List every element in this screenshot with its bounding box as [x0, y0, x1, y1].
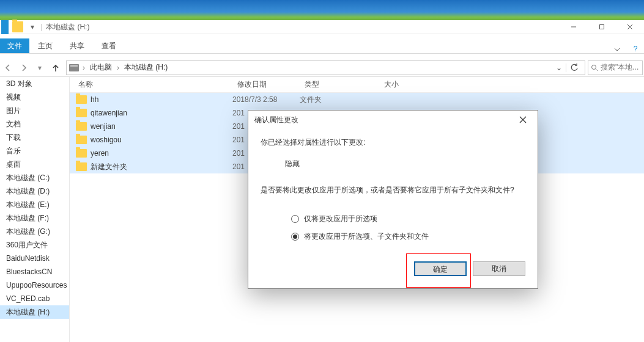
file-name: 新建文件夹 [91, 162, 232, 172]
nav-up-button[interactable] [48, 60, 64, 76]
confirm-attribute-dialog: 确认属性更改 你已经选择对属性进行以下更改: 隐藏 是否要将此更改仅应用于所选项… [248, 110, 538, 289]
file-name: yeren [91, 149, 232, 158]
tree-item[interactable]: 本地磁盘 (F:) [0, 211, 69, 225]
qat-system-menu[interactable] [1, 20, 9, 34]
dialog-prompt-1: 你已经选择对属性进行以下更改: [261, 137, 525, 148]
ribbon-tab-home[interactable]: 主页 [29, 38, 61, 53]
ribbon-tab-share[interactable]: 共享 [61, 38, 93, 53]
folder-icon [12, 21, 23, 32]
search-placeholder: 搜索"本地... [601, 62, 638, 73]
ribbon-expand-icon[interactable] [607, 46, 627, 53]
radio-apply-selected-only[interactable]: 仅将更改应用于所选项 [261, 214, 525, 224]
tree-item[interactable]: 本地磁盘 (H:) [0, 305, 69, 319]
window-title: 本地磁盘 (H:) [46, 22, 89, 32]
file-type: 文件夹 [300, 95, 379, 105]
cancel-button[interactable]: 取消 [473, 261, 525, 276]
folder-icon [76, 162, 87, 171]
tree-item[interactable]: 本地磁盘 (C:) [0, 171, 69, 184]
tree-item[interactable]: BluestacksCN [0, 265, 69, 278]
column-headers: 名称 修改日期 类型 大小 [70, 77, 644, 93]
tree-item[interactable]: 本地磁盘 (E:) [0, 198, 69, 211]
search-input[interactable]: 搜索"本地... [588, 60, 643, 75]
col-type[interactable]: 类型 [296, 79, 376, 90]
tree-item[interactable]: 音乐 [0, 144, 69, 158]
file-name: wenjian [91, 122, 232, 131]
minimize-button[interactable] [560, 20, 588, 34]
folder-icon [76, 136, 87, 144]
nav-tree[interactable]: 3D 对象视频图片文档下载音乐桌面本地磁盘 (C:)本地磁盘 (D:)本地磁盘 … [0, 77, 70, 342]
table-row[interactable]: hh2018/7/3 2:58文件夹 [70, 93, 644, 106]
folder-icon [76, 95, 87, 104]
refresh-icon[interactable] [566, 64, 582, 72]
tree-item[interactable]: 图片 [0, 104, 69, 117]
drive-icon [69, 64, 79, 71]
svg-point-5 [592, 65, 596, 69]
folder-icon [76, 109, 87, 117]
tree-item[interactable]: 本地磁盘 (D:) [0, 184, 69, 198]
tree-item[interactable]: 3D 对象 [0, 77, 69, 90]
dialog-attribute: 隐藏 [261, 159, 525, 169]
nav-back-button[interactable] [0, 60, 16, 76]
window-accent-stripe [0, 0, 644, 20]
svg-rect-1 [600, 25, 604, 29]
nav-forward-button[interactable] [16, 60, 32, 76]
col-name[interactable]: 名称 [70, 79, 229, 90]
maximize-button[interactable] [588, 20, 616, 34]
breadcrumb-segment[interactable]: 本地磁盘 (H:) [120, 62, 171, 73]
ok-button[interactable]: 确定 [414, 261, 467, 276]
col-size[interactable]: 大小 [376, 79, 424, 90]
col-date[interactable]: 修改日期 [229, 79, 296, 90]
tree-item[interactable]: 下载 [0, 131, 69, 144]
file-name: woshigou [91, 136, 232, 144]
titlebar: ▾ | 本地磁盘 (H:) [0, 20, 644, 34]
nav-bar: ▾ › 此电脑 › 本地磁盘 (H:) ⌄ 搜索"本地... [0, 59, 644, 77]
tree-item[interactable]: 文档 [0, 117, 69, 131]
ribbon: 文件 主页 共享 查看 ? [0, 34, 644, 54]
tree-item[interactable]: UpupooResources [0, 278, 69, 292]
qat-dropdown-icon[interactable]: ▾ [28, 20, 37, 34]
tree-item[interactable]: 360用户文件 [0, 238, 69, 252]
folder-icon [76, 122, 87, 131]
radio-icon [291, 215, 299, 223]
radio-apply-recursive[interactable]: 将更改应用于所选项、子文件夹和文件 [261, 231, 525, 242]
tree-item[interactable]: VC_RED.cab [0, 292, 69, 305]
file-name: qitawenjian [91, 109, 232, 117]
tree-item[interactable]: 桌面 [0, 158, 69, 171]
tree-item[interactable]: BaiduNetdisk [0, 252, 69, 265]
dialog-title: 确认属性更改 [254, 115, 298, 125]
svg-line-6 [596, 69, 598, 71]
breadcrumb-bar[interactable]: › 此电脑 › 本地磁盘 (H:) ⌄ [66, 60, 585, 75]
dialog-close-button[interactable] [514, 114, 531, 126]
breadcrumb-segment[interactable]: 此电脑 [86, 62, 116, 73]
search-icon [591, 64, 598, 71]
tree-item[interactable]: 视频 [0, 90, 69, 104]
breadcrumb-dropdown-icon[interactable]: ⌄ [552, 64, 566, 72]
radio-label: 将更改应用于所选项、子文件夹和文件 [304, 231, 429, 242]
radio-icon [291, 233, 299, 241]
ribbon-file-tab[interactable]: 文件 [0, 38, 29, 53]
radio-label: 仅将更改应用于所选项 [304, 214, 377, 224]
dialog-prompt-2: 是否要将此更改仅应用于所选项，或者是否要将它应用于所有子文件夹和文件? [261, 185, 525, 195]
file-date: 2018/7/3 2:58 [232, 95, 300, 104]
tree-item[interactable]: 本地磁盘 (G:) [0, 225, 69, 238]
file-name: hh [91, 95, 232, 104]
nav-history-dropdown[interactable]: ▾ [32, 60, 48, 76]
ribbon-tab-view[interactable]: 查看 [93, 38, 125, 53]
ribbon-help-icon[interactable]: ? [627, 45, 644, 53]
close-button[interactable] [616, 20, 644, 34]
folder-icon [76, 149, 87, 158]
